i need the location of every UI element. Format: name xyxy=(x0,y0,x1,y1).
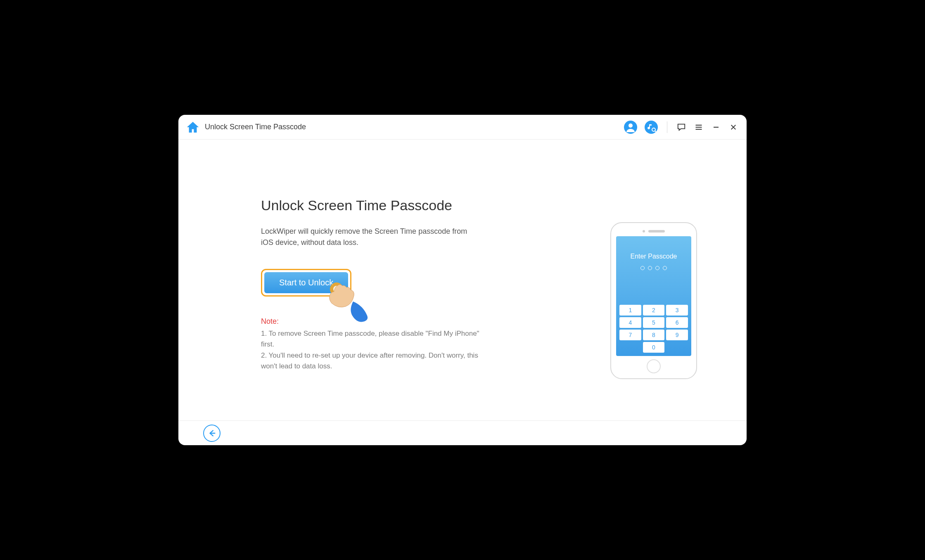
titlebar-right xyxy=(624,121,738,134)
phone-screen-title: Enter Passcode xyxy=(631,253,677,260)
main-heading: Unlock Screen Time Passcode xyxy=(261,197,517,214)
home-icon[interactable] xyxy=(187,122,199,133)
keypad-key: 1 xyxy=(619,305,641,316)
app-window: Unlock Screen Time Passcode xyxy=(178,115,747,445)
keypad-key: 6 xyxy=(666,317,688,328)
titlebar-divider xyxy=(667,121,667,133)
phone-illustration: Enter Passcode 1 2 3 4 5 6 7 xyxy=(610,222,697,379)
account-icon[interactable] xyxy=(624,121,637,134)
passcode-dot xyxy=(648,266,652,270)
back-button[interactable] xyxy=(203,425,221,442)
passcode-dot xyxy=(655,266,659,270)
titlebar-left: Unlock Screen Time Passcode xyxy=(187,122,306,133)
music-search-icon[interactable] xyxy=(645,121,658,134)
page-title: Unlock Screen Time Passcode xyxy=(205,123,306,131)
titlebar: Unlock Screen Time Passcode xyxy=(178,115,747,140)
start-unlock-button[interactable]: Start to Unlock xyxy=(264,272,348,293)
minimize-button[interactable] xyxy=(711,122,721,132)
keypad-key: 4 xyxy=(619,317,641,328)
keypad-key: 8 xyxy=(643,330,665,340)
menu-icon[interactable] xyxy=(694,122,704,132)
phone-home-button xyxy=(647,359,661,373)
keypad-key: 0 xyxy=(643,342,665,353)
keypad-key: 7 xyxy=(619,330,641,340)
close-button[interactable] xyxy=(728,122,738,132)
note-heading: Note: xyxy=(261,317,517,326)
phone-speaker xyxy=(648,230,665,233)
start-button-highlight: Start to Unlock xyxy=(261,269,351,297)
passcode-dots xyxy=(640,266,667,270)
keypad-key: 2 xyxy=(643,305,665,316)
left-column: Unlock Screen Time Passcode LockWiper wi… xyxy=(261,197,517,404)
feedback-icon[interactable] xyxy=(676,122,686,132)
footer xyxy=(178,420,747,445)
phone-top xyxy=(643,228,665,235)
svg-point-1 xyxy=(629,123,633,128)
note-line-2: 2. You'll need to re-set up your device … xyxy=(261,350,492,372)
keypad-key: 5 xyxy=(643,317,665,328)
content-area: Unlock Screen Time Passcode LockWiper wi… xyxy=(178,140,747,420)
passcode-dot xyxy=(640,266,645,270)
phone-keypad: 1 2 3 4 5 6 7 8 9 0 xyxy=(619,305,688,353)
phone-camera-dot xyxy=(643,230,645,233)
keypad-key: 9 xyxy=(666,330,688,340)
phone-screen: Enter Passcode 1 2 3 4 5 6 7 xyxy=(616,236,691,356)
keypad-key: 3 xyxy=(666,305,688,316)
note-line-1: 1. To remove Screen Time passcode, pleas… xyxy=(261,328,492,350)
main-description: LockWiper will quickly remove the Screen… xyxy=(261,226,476,248)
right-column: Enter Passcode 1 2 3 4 5 6 7 xyxy=(610,197,697,404)
passcode-dot xyxy=(663,266,667,270)
note-section: Note: 1. To remove Screen Time passcode,… xyxy=(261,317,517,372)
